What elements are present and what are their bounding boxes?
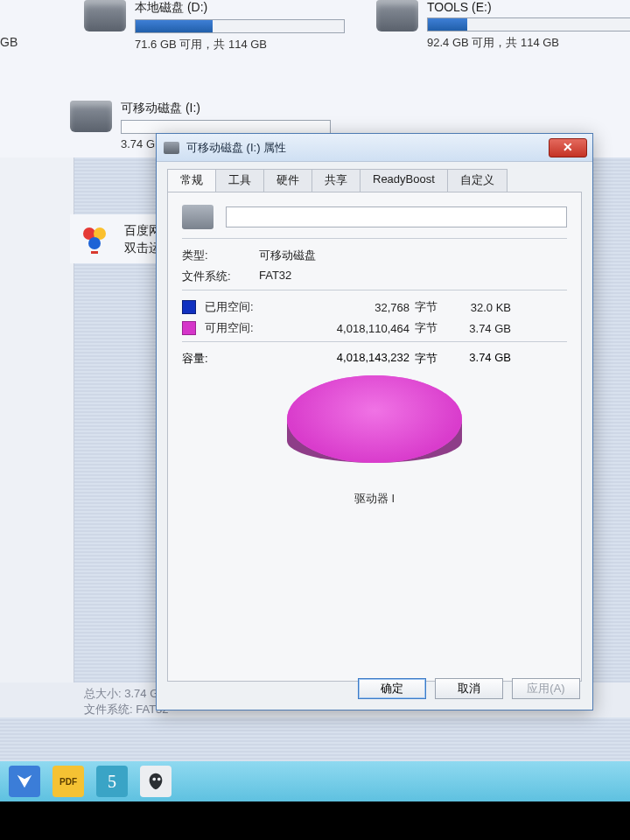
- type-label: 类型:: [182, 248, 259, 263]
- drive-e[interactable]: TOOLS (E:) 92.4 GB 可用，共 114 GB: [376, 0, 630, 51]
- used-space-pretty: 32.0 KB: [450, 301, 511, 314]
- free-space-row: 可用空间: 4,018,110,464 字节 3.74 GB: [182, 320, 567, 336]
- free-space-label: 可用空间:: [205, 320, 270, 336]
- hdd-icon: [376, 0, 418, 32]
- fs-label: 文件系统:: [182, 269, 259, 284]
- bytes-unit: 字节: [415, 320, 450, 336]
- drive-removable-usage-bar: [121, 120, 331, 134]
- bytes-unit: 字节: [415, 299, 450, 315]
- truncated-drive-stat: GB: [0, 35, 18, 49]
- properties-dialog: 可移动磁盘 (I:) 属性 ✕ 常规 工具 硬件 共享 ReadyBoost 自…: [156, 133, 593, 710]
- explorer-nav-panel: [0, 70, 74, 682]
- drive-e-usage-bar: [427, 18, 630, 32]
- bytes-unit: 字节: [415, 351, 450, 367]
- svg-point-2: [88, 237, 101, 249]
- drive-icon: [164, 142, 179, 154]
- tab-custom[interactable]: 自定义: [447, 169, 508, 192]
- capacity-row: 容量: 4,018,143,232 字节 3.74 GB: [182, 351, 567, 367]
- tab-tools[interactable]: 工具: [215, 169, 264, 192]
- pie-caption: 驱动器 I: [182, 491, 567, 507]
- drive-d-stat: 71.6 GB 可用，共 114 GB: [135, 37, 345, 52]
- desktop: GB 本地磁盘 (D:) 71.6 GB 可用，共 114 GB TOOLS (…: [0, 0, 630, 761]
- tab-readyboost[interactable]: ReadyBoost: [360, 169, 448, 192]
- drive-e-label: TOOLS (E:): [427, 0, 630, 14]
- tab-strip: 常规 工具 硬件 共享 ReadyBoost 自定义: [167, 169, 592, 192]
- drive-e-stat: 92.4 GB 可用，共 114 GB: [427, 35, 630, 51]
- taskbar-app-pdf-icon[interactable]: PDF: [52, 766, 84, 797]
- ok-button[interactable]: 确定: [358, 678, 426, 699]
- usage-pie-chart: [287, 375, 462, 480]
- used-space-row: 已用空间: 32,768 字节 32.0 KB: [182, 299, 567, 315]
- type-value: 可移动磁盘: [259, 248, 316, 263]
- taskbar-app-five-icon[interactable]: 5: [96, 766, 128, 797]
- hdd-icon: [84, 0, 126, 32]
- drive-d-usage-bar: [135, 19, 345, 33]
- cancel-button[interactable]: 取消: [435, 678, 503, 699]
- capacity-pretty: 3.74 GB: [450, 351, 511, 367]
- taskbar-app-bird-icon[interactable]: [9, 766, 40, 797]
- free-space-bytes: 4,018,110,464: [270, 322, 410, 335]
- drive-d[interactable]: 本地磁盘 (D:) 71.6 GB 可用，共 114 GB: [84, 0, 345, 52]
- free-space-pretty: 3.74 GB: [450, 322, 511, 335]
- drive-icon: [182, 205, 214, 229]
- dialog-title: 可移动磁盘 (I:) 属性: [186, 140, 542, 156]
- used-space-bytes: 32,768: [270, 301, 410, 314]
- svg-rect-3: [91, 251, 98, 254]
- volume-label-input[interactable]: [226, 206, 567, 228]
- drive-removable-label: 可移动磁盘 (I:): [121, 101, 331, 116]
- screen-bezel: [0, 802, 630, 840]
- used-space-label: 已用空间:: [205, 299, 270, 315]
- tab-general-panel: 类型:可移动磁盘 文件系统:FAT32 已用空间: 32,768 字节 32.0…: [167, 192, 582, 682]
- capacity-bytes: 4,018,143,232: [270, 351, 410, 367]
- taskbar[interactable]: PDF 5: [0, 761, 630, 802]
- drive-d-label: 本地磁盘 (D:): [135, 0, 345, 16]
- separator: [182, 341, 567, 342]
- separator: [182, 290, 567, 290]
- dialog-titlebar[interactable]: 可移动磁盘 (I:) 属性 ✕: [157, 134, 592, 162]
- capacity-label: 容量:: [182, 351, 270, 367]
- tab-sharing[interactable]: 共享: [312, 169, 360, 192]
- baidu-netdisk-icon: [75, 220, 114, 258]
- tab-hardware[interactable]: 硬件: [263, 169, 312, 192]
- used-space-swatch: [182, 300, 196, 314]
- close-button[interactable]: ✕: [549, 138, 587, 158]
- tab-general[interactable]: 常规: [167, 169, 216, 192]
- fs-value: FAT32: [259, 269, 291, 284]
- removable-drive-icon: [70, 101, 112, 132]
- free-space-swatch: [182, 321, 196, 335]
- taskbar-app-alien-icon[interactable]: [140, 766, 172, 797]
- apply-button: 应用(A): [512, 678, 580, 699]
- separator: [182, 238, 567, 239]
